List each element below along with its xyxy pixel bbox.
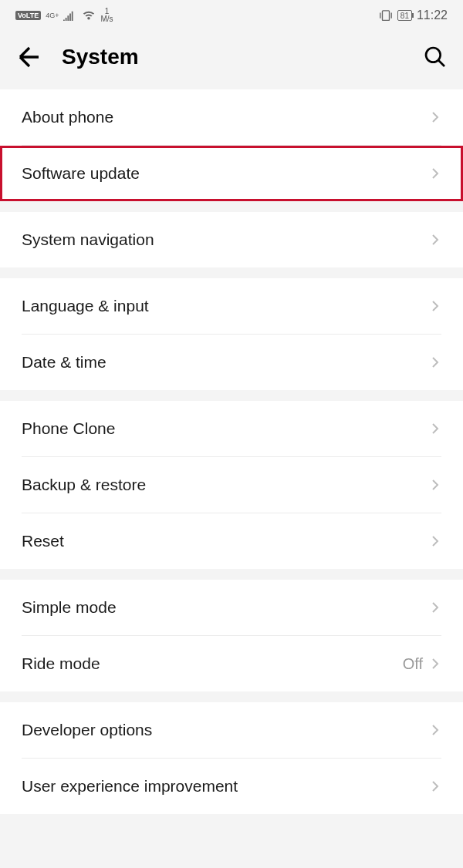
chevron-right-icon — [429, 167, 441, 180]
chevron-right-icon — [429, 724, 441, 736]
list-item-label: System navigation — [22, 230, 429, 249]
search-icon[interactable] — [423, 45, 448, 69]
list-item-backup-restore[interactable]: Backup & restore — [0, 457, 463, 513]
settings-group: System navigation — [0, 212, 463, 267]
list-item-label: Language & input — [22, 297, 429, 315]
settings-group: Simple modeRide modeOff — [0, 580, 463, 691]
list-item-simple-mode[interactable]: Simple mode — [0, 580, 463, 635]
chevron-right-icon — [429, 234, 441, 246]
list-item-date-time[interactable]: Date & time — [0, 335, 463, 390]
network-speed: 1 M/s — [100, 8, 113, 23]
list-item-ride-mode[interactable]: Ride modeOff — [0, 636, 463, 691]
list-item-value: Off — [403, 655, 423, 673]
chevron-right-icon — [429, 780, 441, 792]
list-item-user-experience-improvement[interactable]: User experience improvement — [0, 759, 463, 814]
list-item-reset[interactable]: Reset — [0, 513, 463, 569]
chevron-right-icon — [429, 601, 441, 614]
page-title: System — [62, 45, 423, 69]
list-item-label: Ride mode — [22, 654, 403, 673]
status-left: VoLTE 4G+ 1 M/s — [15, 8, 113, 23]
chevron-right-icon — [429, 111, 441, 123]
list-item-label: Phone Clone — [22, 419, 429, 438]
list-item-system-navigation[interactable]: System navigation — [0, 212, 463, 267]
wifi-icon — [82, 10, 96, 21]
list-item-about-phone[interactable]: About phone — [0, 89, 463, 145]
settings-group: Language & inputDate & time — [0, 278, 463, 390]
list-item-label: Software update — [22, 164, 429, 183]
settings-group: About phoneSoftware update — [0, 89, 463, 201]
settings-group: Developer optionsUser experience improve… — [0, 702, 463, 814]
list-item-label: Reset — [22, 532, 429, 550]
list-item-label: Backup & restore — [22, 476, 429, 494]
status-bar: VoLTE 4G+ 1 M/s 81 11:22 — [0, 0, 463, 31]
svg-rect-0 — [382, 11, 389, 21]
list-item-label: Developer options — [22, 721, 429, 739]
clock: 11:22 — [417, 8, 448, 22]
list-item-phone-clone[interactable]: Phone Clone — [0, 401, 463, 456]
chevron-right-icon — [429, 300, 441, 312]
vibrate-icon — [379, 10, 393, 21]
battery-indicator: 81 — [397, 10, 412, 21]
chevron-right-icon — [429, 356, 441, 368]
back-icon[interactable] — [15, 43, 43, 71]
list-item-language-input[interactable]: Language & input — [0, 278, 463, 334]
list-item-software-update[interactable]: Software update — [0, 146, 463, 201]
chevron-right-icon — [429, 422, 441, 435]
chevron-right-icon — [429, 479, 441, 491]
signal-icon — [63, 10, 77, 21]
settings-group: Phone CloneBackup & restoreReset — [0, 401, 463, 569]
list-item-label: User experience improvement — [22, 777, 429, 796]
status-right: 81 11:22 — [379, 8, 448, 22]
header: System — [0, 31, 463, 89]
chevron-right-icon — [429, 658, 441, 670]
svg-point-1 — [426, 48, 441, 62]
list-item-developer-options[interactable]: Developer options — [0, 702, 463, 758]
list-item-label: Date & time — [22, 353, 429, 372]
network-type-label: 4G+ — [46, 12, 59, 19]
list-item-label: About phone — [22, 108, 429, 126]
list-item-label: Simple mode — [22, 598, 429, 617]
chevron-right-icon — [429, 535, 441, 547]
volte-badge: VoLTE — [15, 11, 41, 20]
